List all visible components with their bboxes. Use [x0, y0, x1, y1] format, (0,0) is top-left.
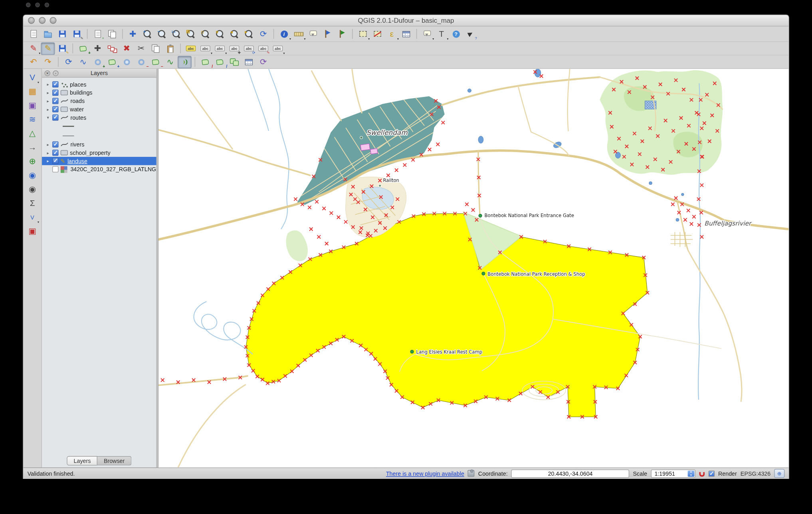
merge-attributes-button[interactable] — [242, 55, 256, 68]
layer-row-school-property[interactable]: ▸ school_property — [42, 148, 156, 157]
panel-close-button[interactable]: ✕ — [45, 70, 50, 76]
layer-row-landuse[interactable]: ▸ ✎ landuse — [42, 157, 156, 165]
rotate-point-symbols-button[interactable]: ⟳ — [256, 55, 270, 68]
whats-this-button[interactable]: ? — [463, 28, 477, 40]
evis-button[interactable]: ▣ — [26, 225, 39, 237]
gps-tools-button[interactable]: ◉ — [26, 183, 39, 196]
layer-visibility-checkbox[interactable] — [52, 98, 59, 104]
expand-arrow-icon[interactable]: ▸ — [46, 99, 50, 103]
vector-dropdown-button[interactable]: V▾ — [26, 211, 39, 223]
save-project-button[interactable] — [55, 28, 69, 40]
node-tool-button[interactable] — [105, 42, 119, 55]
minimize-window-button[interactable] — [39, 17, 46, 24]
merge-features-button[interactable] — [227, 55, 241, 68]
layer-visibility-checkbox[interactable] — [52, 115, 59, 121]
save-layer-edits-button[interactable]: ✎ — [55, 42, 69, 55]
change-label-button[interactable]: abc✎ — [256, 42, 270, 55]
show-bookmarks-button[interactable] — [335, 28, 349, 40]
help-button[interactable]: ? — [449, 28, 463, 40]
expand-arrow-icon[interactable]: ▸ — [46, 90, 50, 95]
layer-visibility-checkbox[interactable] — [52, 166, 59, 172]
move-label-button[interactable]: abc✚ — [227, 42, 241, 55]
add-part-button[interactable]: + — [105, 55, 119, 68]
open-attribute-table-button[interactable] — [399, 28, 413, 40]
composer-manager-button[interactable] — [105, 28, 119, 40]
save-project-as-button[interactable]: ✎ — [70, 28, 84, 40]
layer-row-routes[interactable]: ▾ routes — [42, 113, 156, 122]
tab-browser[interactable]: Browser — [97, 456, 131, 465]
select-features-button[interactable]: ▾ — [356, 28, 370, 40]
redo-button[interactable]: ↷ — [41, 55, 55, 68]
crs-status-button[interactable]: ⊕ — [774, 469, 784, 478]
measure-button[interactable]: ▾ — [291, 28, 305, 40]
expand-arrow-icon[interactable]: ▸ — [46, 159, 50, 164]
expand-arrow-icon[interactable]: ▸ — [46, 82, 50, 87]
copy-features-button[interactable] — [149, 42, 162, 55]
paste-features-button[interactable] — [163, 42, 177, 55]
simplify-feature-button[interactable]: ∿ — [76, 55, 90, 68]
expand-arrow-icon[interactable]: ▸ — [46, 150, 50, 155]
split-features-button[interactable]: / — [198, 55, 212, 68]
map-canvas[interactable]: Swellendam Railton Bontebok National Par… — [158, 69, 789, 468]
fill-ring-button[interactable] — [120, 55, 134, 68]
interpolation-button[interactable]: ≋ — [26, 113, 39, 126]
zoom-window-button[interactable] — [50, 17, 57, 24]
add-feature-button[interactable]: + — [76, 42, 90, 55]
zoom-next-button[interactable]: ▶ — [242, 28, 256, 40]
rotate-label-button[interactable]: abc⟳ — [242, 42, 256, 55]
coordinate-input[interactable]: 20.4430,-34.0604 — [511, 469, 630, 478]
zoom-to-selection-button[interactable]: ▢ — [198, 28, 212, 40]
globe-plugin-button[interactable]: ◉ — [26, 169, 39, 182]
expand-arrow-icon[interactable]: ▸ — [46, 142, 50, 147]
layer-row-roads[interactable]: ▸ roads — [42, 97, 156, 105]
delete-ring-button[interactable]: − — [134, 55, 148, 68]
show-hide-labels-button[interactable]: abc▾ — [213, 42, 227, 55]
layer-row-buildings[interactable]: ▸ buildings — [42, 89, 156, 97]
label-tool-button[interactable]: T▾ — [434, 28, 448, 40]
render-checkbox[interactable] — [708, 471, 715, 477]
offset-curve-button[interactable] — [178, 55, 192, 68]
road-graph-button[interactable]: → — [26, 141, 39, 154]
panel-float-button[interactable]: ▫ — [53, 70, 58, 76]
combo-stepper-icon[interactable]: ▴▾ — [687, 471, 694, 477]
vector-menu-button[interactable]: V▾ — [26, 71, 39, 84]
statistics-button[interactable]: Σ — [26, 197, 39, 210]
current-edits-button[interactable]: ✎▾ — [26, 42, 40, 55]
cut-features-button[interactable]: ✂ — [134, 42, 148, 55]
text-annotation-button[interactable]: ▾ — [420, 28, 434, 40]
toggle-editing-button[interactable]: ✎ — [41, 42, 55, 55]
layer-visibility-checkbox[interactable] — [52, 106, 59, 113]
layer-visibility-checkbox[interactable] — [52, 141, 59, 148]
terrain-analysis-button[interactable]: △ — [26, 127, 39, 140]
pin-labels-button[interactable]: abc▾ — [198, 42, 212, 55]
titlebar[interactable]: QGIS 2.0.1-Dufour – basic_map — [23, 15, 788, 27]
tab-layers[interactable]: Layers — [67, 456, 98, 465]
layer-visibility-checkbox[interactable] — [52, 158, 59, 164]
layer-row-rivers[interactable]: ▸ rivers — [42, 140, 156, 149]
layer-visibility-checkbox[interactable] — [52, 81, 59, 88]
collapse-arrow-icon[interactable]: ▾ — [46, 115, 50, 120]
close-window-button[interactable] — [28, 17, 35, 24]
layer-labeling-button[interactable]: abc — [184, 42, 198, 55]
plugin-available-link[interactable]: There is a new plugin available — [386, 471, 464, 477]
pan-map-button[interactable]: ✚ — [126, 28, 140, 40]
new-bookmark-button[interactable] — [321, 28, 335, 40]
expand-arrow-icon[interactable]: ▸ — [46, 107, 50, 112]
map-tips-button[interactable] — [306, 28, 320, 40]
scale-combo[interactable]: 1:19951 ▴▾ — [651, 469, 695, 478]
layer-row-places[interactable]: ▸ places — [42, 80, 156, 89]
label-properties-button[interactable]: abc▾ — [271, 42, 285, 55]
rotate-feature-button[interactable]: ⟳ — [61, 55, 75, 68]
refresh-map-button[interactable]: ⟳ — [256, 28, 270, 40]
zoom-out-button[interactable]: − — [155, 28, 169, 40]
zoom-last-button[interactable]: ◀ — [227, 28, 241, 40]
zoom-full-button[interactable]: ⊞ — [184, 28, 198, 40]
layer-row-raster[interactable]: 3420C_2010_327_RGB_LATLNG — [42, 165, 156, 174]
delete-part-button[interactable]: − — [149, 55, 162, 68]
move-feature-button[interactable]: ✚ — [91, 42, 105, 55]
georeferencer-button[interactable]: ▦ — [26, 85, 39, 98]
identify-features-button[interactable]: i▾ — [277, 28, 291, 40]
deselect-features-button[interactable] — [370, 28, 384, 40]
new-composer-button[interactable]: + — [91, 28, 105, 40]
new-project-button[interactable] — [26, 28, 40, 40]
